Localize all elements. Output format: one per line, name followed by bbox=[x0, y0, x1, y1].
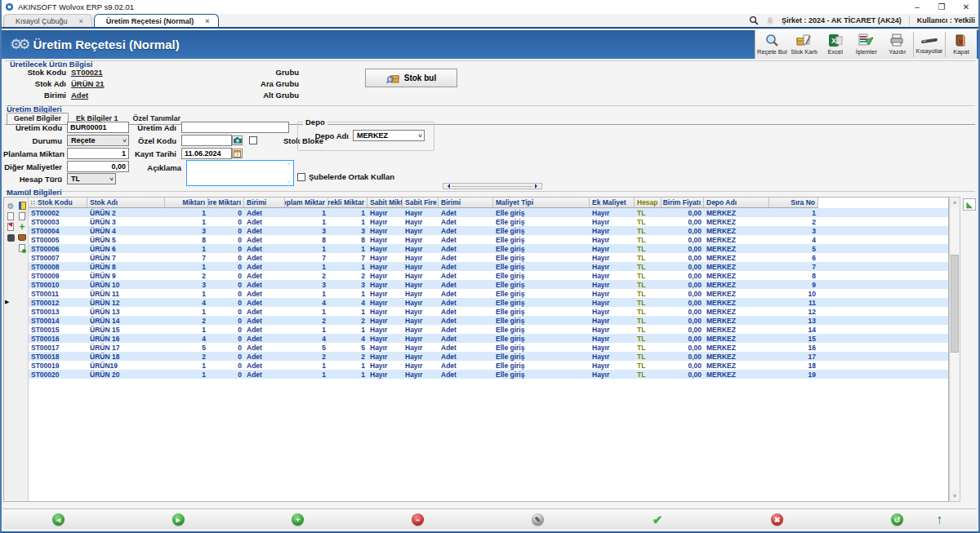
gear-icon[interactable]: ⚙ bbox=[6, 201, 16, 211]
stok-adi-label: Stok Adı bbox=[3, 79, 66, 88]
toolbar-button-yazd-r[interactable]: Yazdır bbox=[882, 30, 913, 59]
birimi-value[interactable]: Adet bbox=[71, 91, 88, 100]
column-header-5[interactable]: Toplam Miktar bbox=[285, 198, 328, 207]
depo-adi-select[interactable]: MERKEZ˅ bbox=[353, 130, 425, 141]
column-header-7[interactable]: Sabit Miktar bbox=[368, 198, 403, 207]
search-icon[interactable] bbox=[749, 16, 759, 25]
refresh-record-button[interactable]: ↺ bbox=[891, 513, 903, 526]
table-row[interactable]: ▶ST00012ÜRÜN 1240Adet44HayırHayırAdetEll… bbox=[29, 298, 948, 307]
table-row[interactable]: ST00020ÜRÜN 2010Adet11HayırHayırAdetElle… bbox=[29, 370, 948, 379]
ozel-kodu-lookup-button[interactable] bbox=[232, 135, 243, 145]
notebook-icon[interactable] bbox=[17, 201, 27, 211]
column-header-11[interactable]: Ek Maliyet bbox=[590, 198, 635, 207]
user-label[interactable]: Kullanıcı : Yetkili bbox=[917, 16, 975, 24]
table-row[interactable]: ST00007ÜRÜN 770Adet77HayırHayırAdetElle … bbox=[29, 253, 948, 262]
column-header-10[interactable]: Maliyet Tipi bbox=[493, 198, 590, 207]
table-row[interactable]: ST00019ÜRÜN1910Adet11HayırHayırAdetElle … bbox=[29, 361, 948, 370]
cell: TL bbox=[635, 316, 662, 325]
column-header-6[interactable]: Gerekli Miktar bbox=[328, 198, 368, 207]
cancel-record-button[interactable]: ✖ bbox=[771, 513, 783, 526]
column-header-0[interactable]: ∷Stok Kodu bbox=[29, 198, 87, 207]
table-row[interactable]: ST00003ÜRÜN 310Adet11HayırHayırAdetElle … bbox=[29, 217, 948, 226]
column-header-12[interactable]: Hesap bbox=[635, 198, 662, 207]
table-row[interactable]: ST00009ÜRÜN 920Adet22HayırHayırAdetElle … bbox=[29, 271, 948, 280]
minimize-button[interactable]: – bbox=[905, 0, 929, 14]
table-row[interactable]: ST00018ÜRÜN 1820Adet22HayırHayırAdetElle… bbox=[29, 352, 948, 361]
notification-bell-icon[interactable] bbox=[766, 16, 774, 25]
delete-record-button[interactable]: − bbox=[412, 513, 424, 526]
kayit-tarihi-input[interactable]: 11.06.2024 bbox=[181, 148, 232, 159]
stok-bloke-checkbox[interactable] bbox=[249, 136, 257, 144]
column-header-4[interactable]: Birimi bbox=[244, 198, 285, 207]
table-row[interactable]: ST00014ÜRÜN 1420Adet22HayırHayırAdetElle… bbox=[29, 316, 948, 325]
table-row[interactable]: ST00013ÜRÜN 1310Adet11HayırHayırAdetElle… bbox=[29, 307, 948, 316]
close-button[interactable]: ✕ bbox=[954, 0, 978, 14]
column-header-14[interactable]: Depo Adı bbox=[704, 198, 769, 207]
stok-kodu-value[interactable]: ST00021 bbox=[71, 68, 103, 77]
edit-record-button[interactable]: ✎ bbox=[532, 513, 544, 526]
export-page-icon[interactable] bbox=[17, 243, 27, 253]
table-row[interactable]: ST00006ÜRÜN 610Adet11HayırHayırAdetElle … bbox=[29, 244, 948, 253]
cell: Adet bbox=[244, 226, 285, 235]
import-page-icon[interactable] bbox=[6, 222, 16, 232]
column-header-15[interactable]: Sıra No bbox=[769, 198, 818, 207]
tab-0[interactable]: Kısayol Çubuğu× bbox=[3, 14, 92, 27]
table-row[interactable]: ST00016ÜRÜN 1640Adet44HayırHayırAdetElle… bbox=[29, 334, 948, 343]
tab-close-icon[interactable]: × bbox=[79, 17, 83, 25]
table-row[interactable]: ST00011ÜRÜN 1110Adet11HayırHayırAdetElle… bbox=[29, 289, 948, 298]
toolbar-button-kapat[interactable]: xKapat bbox=[946, 30, 977, 59]
toolbar-button-k-sayollar[interactable]: Kısayollar bbox=[914, 30, 945, 59]
uretim-adi-input[interactable] bbox=[181, 122, 289, 133]
toolbar-button-stok-kart-[interactable]: Stok Kartı bbox=[789, 30, 820, 59]
delete-icon[interactable] bbox=[6, 233, 16, 242]
next-record-button[interactable]: ► bbox=[172, 513, 185, 526]
scroll-down-icon[interactable]: ˅ bbox=[950, 491, 960, 501]
table-row[interactable]: ST00017ÜRÜN 1750Adet55HayırHayırAdetElle… bbox=[29, 343, 948, 352]
cell: Hayır bbox=[368, 244, 403, 253]
scrollbar-thumb[interactable] bbox=[951, 255, 959, 353]
column-header-13[interactable]: Birim Fiyatı bbox=[662, 198, 704, 207]
stok-adi-value[interactable]: ÜRÜN 21 bbox=[71, 79, 105, 88]
column-header-1[interactable]: Stok Adı bbox=[87, 198, 165, 207]
cell: Hayır bbox=[403, 325, 439, 334]
toolbar-button-i-lemler[interactable]: İşlemler bbox=[851, 30, 882, 59]
table-row[interactable]: ST00004ÜRÜN 430Adet33HayırHayırAdetElle … bbox=[29, 226, 948, 235]
column-header-9[interactable]: Birimi bbox=[439, 198, 493, 207]
toolbar-button-re-ete-bul[interactable]: Reçete Bul bbox=[755, 30, 789, 59]
scroll-up-icon[interactable]: ˄ bbox=[950, 198, 960, 208]
cell: Adet bbox=[439, 352, 493, 361]
splitter-bar[interactable] bbox=[443, 183, 542, 189]
add-icon[interactable]: + bbox=[17, 222, 27, 232]
vertical-scrollbar[interactable]: ˄ ˅ bbox=[949, 197, 960, 502]
previous-record-button[interactable]: ◄ bbox=[52, 513, 65, 526]
aciklama-textarea[interactable]: ˄˅ bbox=[186, 160, 294, 186]
grid-settings-button[interactable]: ◣ bbox=[963, 198, 976, 211]
scroll-top-button[interactable]: ↑ bbox=[933, 513, 946, 525]
post-record-button[interactable]: ✔ bbox=[652, 513, 664, 526]
insert-record-button[interactable]: + bbox=[292, 513, 304, 526]
table-row[interactable]: ST00015ÜRÜN 1510Adet11HayırHayırAdetElle… bbox=[29, 325, 948, 334]
toolbar-button-excel[interactable]: XExcel bbox=[820, 30, 851, 59]
tab-1[interactable]: Üretim Reçetesi (Normal)× bbox=[94, 14, 219, 27]
diger-maliyetler-input[interactable]: 0,00 bbox=[67, 161, 129, 172]
cell: Hayır bbox=[403, 370, 439, 379]
tab-close-icon[interactable]: × bbox=[205, 17, 209, 25]
column-header-3[interactable]: Fire Miktarı bbox=[208, 198, 244, 207]
table-row[interactable]: ST00008ÜRÜN 810Adet11HayırHayırAdetElle … bbox=[29, 262, 948, 271]
subelerde-ortak-checkbox[interactable] bbox=[297, 173, 305, 181]
column-header-8[interactable]: Sabit Fire bbox=[403, 198, 439, 207]
copy-page-icon[interactable] bbox=[17, 211, 27, 221]
table-row[interactable]: ST00010ÜRÜN 1030Adet33HayırHayırAdetElle… bbox=[29, 280, 948, 289]
hesap-turu-select[interactable]: TL˅ bbox=[67, 173, 116, 184]
column-header-2[interactable]: Miktarı bbox=[165, 198, 208, 207]
cell: Elle giriş bbox=[493, 370, 590, 379]
calendar-button[interactable]: 7 bbox=[232, 149, 243, 158]
new-page-icon[interactable] bbox=[6, 211, 16, 221]
company-label[interactable]: Şirket : 2024 - AK TİCARET (AK24) bbox=[782, 16, 902, 24]
stok-bul-button[interactable]: Stok bul bbox=[365, 69, 457, 87]
maximize-button[interactable]: ❐ bbox=[929, 0, 954, 14]
table-row[interactable]: ST00005ÜRÜN 580Adet88HayırHayırAdetElle … bbox=[29, 235, 948, 244]
table-row[interactable]: ST00002ÜRÜN 210Adet11HayırHayırAdetElle … bbox=[29, 208, 948, 217]
basket-icon[interactable] bbox=[17, 233, 27, 242]
ozel-kodu-input[interactable] bbox=[181, 135, 232, 146]
